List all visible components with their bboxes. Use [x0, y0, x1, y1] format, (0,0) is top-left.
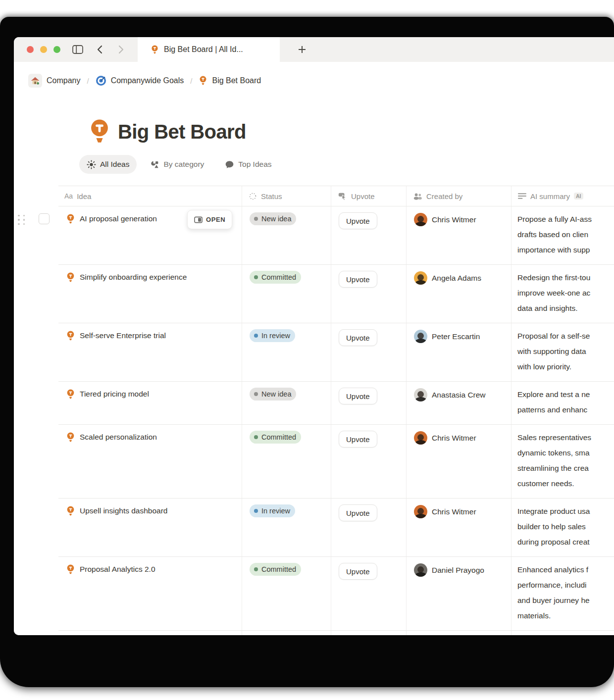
status-burst-icon — [249, 192, 257, 200]
drag-handle-icon[interactable] — [17, 214, 25, 225]
house-icon — [28, 74, 42, 88]
table-header: Aa Idea Status Upvote — [58, 186, 614, 206]
status-badge[interactable]: New idea — [250, 388, 296, 400]
column-header-created-by[interactable]: Created by — [406, 186, 511, 206]
breadcrumb-label: Big Bet Board — [212, 76, 261, 85]
view-tab-by-category[interactable]: By category — [143, 155, 211, 174]
title-row: Big Bet Board — [88, 117, 614, 146]
ai-summary-cell: Redesign the first-tou improve week-one … — [511, 265, 614, 323]
status-badge[interactable]: Committed — [250, 271, 301, 284]
created-by-name: Angela Adams — [432, 271, 481, 285]
idea-title[interactable]: Upsell insights dashboard — [80, 505, 168, 516]
text-icon: Aa — [64, 192, 73, 200]
status-badge[interactable]: New idea — [250, 212, 296, 225]
status-badge[interactable]: Committed — [250, 431, 301, 444]
idea-title[interactable]: Simplify onboarding experience — [80, 272, 187, 283]
active-tab[interactable]: Big Bet Board | All Id... — [138, 37, 280, 62]
created-by-name: Chris Witmer — [432, 505, 476, 518]
view-tab-label: By category — [163, 160, 204, 169]
people-icon — [413, 192, 422, 200]
view-tabs: All Ideas By category Top Ideas — [79, 154, 614, 175]
status-badge[interactable]: In review — [250, 504, 295, 517]
zoom-window-button[interactable] — [53, 46, 60, 53]
upvote-button[interactable]: Upvote — [339, 504, 377, 521]
avatar — [414, 431, 427, 445]
lightbulb-icon — [66, 505, 75, 517]
page-content: Company / Companywide Goals / Big Bet Bo… — [14, 72, 614, 635]
ai-summary-cell: Enhanced analytics f performance, includ… — [511, 557, 614, 630]
sidebar-toggle-icon[interactable] — [72, 44, 84, 55]
status-dot — [254, 509, 258, 513]
upvote-button[interactable]: Upvote — [339, 329, 377, 346]
column-header-status[interactable]: Status — [242, 186, 331, 206]
column-header-idea[interactable]: Aa Idea — [58, 186, 242, 206]
back-icon[interactable] — [94, 44, 105, 55]
close-window-button[interactable] — [27, 46, 34, 53]
lightbulb-icon — [199, 75, 207, 86]
minimize-window-button[interactable] — [40, 46, 47, 53]
ideas-table: Aa Idea Status Upvote — [58, 186, 614, 635]
sun-icon — [87, 160, 96, 169]
app-window: Big Bet Board | All Id... Company / — [14, 37, 614, 635]
open-button[interactable]: OPEN — [187, 210, 232, 229]
view-tab-top-ideas[interactable]: Top Ideas — [217, 155, 279, 174]
breadcrumb-separator: / — [87, 77, 89, 85]
status-dot — [254, 217, 258, 221]
created-by-name: Anastasia Crew — [432, 388, 486, 401]
click-icon — [338, 192, 347, 200]
screenshot-canvas: Big Bet Board | All Id... Company / — [0, 0, 614, 700]
ai-summary-cell: Integrate product usa builder to help sa… — [511, 499, 614, 556]
breadcrumb-item-companywide-goals[interactable]: Companywide Goals — [92, 74, 188, 88]
browser-tab-bar: Big Bet Board | All Id... — [14, 37, 614, 62]
idea-title[interactable]: Tiered pricing model — [80, 389, 149, 400]
breadcrumb-item-company[interactable]: Company — [25, 72, 84, 89]
breadcrumb-item-big-bet-board[interactable]: Big Bet Board — [195, 74, 264, 88]
created-by-name: Daniel Prayogo — [432, 563, 484, 577]
page-lightbulb-icon[interactable] — [88, 118, 111, 145]
avatar — [414, 505, 427, 518]
speech-bubble-icon — [225, 160, 234, 169]
column-header-upvote[interactable]: Upvote — [331, 186, 406, 206]
view-tab-all-ideas[interactable]: All Ideas — [79, 155, 137, 174]
side-peek-icon — [194, 216, 203, 223]
table-row[interactable]: Simplify onboarding experience Committed… — [58, 265, 614, 323]
created-by-name: Chris Witmer — [432, 431, 476, 445]
avatar — [414, 330, 427, 343]
ai-summary-cell: Sales representatives dynamic tokens, sm… — [511, 425, 614, 498]
upvote-button[interactable]: Upvote — [339, 212, 377, 229]
idea-title[interactable]: Scaled personalization — [80, 432, 157, 443]
table-row[interactable]: AI proposal generation OPEN New idea Upv… — [58, 206, 614, 265]
row-checkbox[interactable] — [39, 213, 50, 224]
created-by-name: Chris Witmer — [432, 213, 476, 226]
table-row[interactable]: Scaled personalization Committed Upvote … — [58, 425, 614, 499]
avatar — [414, 388, 427, 401]
breadcrumb-separator: / — [190, 77, 192, 85]
upvote-button[interactable]: Upvote — [339, 271, 377, 288]
table-row[interactable]: Self-serve Enterprise trial In review Up… — [58, 323, 614, 382]
page-title: Big Bet Board — [118, 121, 246, 143]
lightbulb-icon — [66, 389, 75, 400]
status-badge[interactable]: In review — [250, 329, 295, 342]
status-dot — [254, 435, 258, 439]
status-dot — [254, 334, 258, 338]
new-tab-button[interactable] — [287, 37, 317, 62]
idea-title[interactable]: AI proposal generation — [80, 213, 157, 224]
upvote-button[interactable]: Upvote — [339, 563, 377, 580]
table-row[interactable]: Proposal Analytics 2.0 Committed Upvote … — [58, 557, 614, 631]
idea-title[interactable]: Self-serve Enterprise trial — [80, 330, 166, 341]
table-row[interactable]: Themes marketplace In review Upvote Amy … — [58, 631, 614, 635]
shapes-icon — [150, 160, 159, 169]
column-header-ai-summary[interactable]: AI summary AI — [511, 186, 614, 206]
lightbulb-icon — [66, 272, 75, 283]
upvote-button[interactable]: Upvote — [339, 431, 377, 448]
ai-summary-cell: Proposal for a self-se with supporting d… — [511, 323, 614, 381]
idea-title[interactable]: Proposal Analytics 2.0 — [80, 564, 155, 575]
status-dot — [254, 275, 258, 279]
avatar — [414, 213, 427, 226]
traffic-lights — [27, 46, 60, 53]
table-row[interactable]: Upsell insights dashboard In review Upvo… — [58, 499, 614, 557]
table-row[interactable]: Tiered pricing model New idea Upvote Ana… — [58, 382, 614, 425]
upvote-button[interactable]: Upvote — [339, 388, 377, 404]
forward-icon[interactable] — [115, 44, 127, 55]
status-badge[interactable]: Committed — [250, 563, 301, 576]
